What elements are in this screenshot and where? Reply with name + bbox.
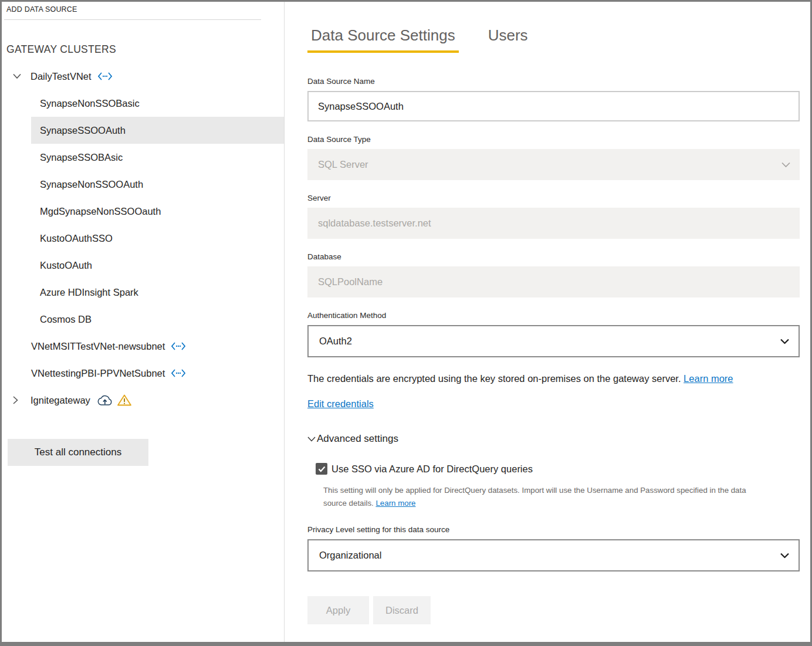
- data-source-type-value: SQL Server: [318, 159, 368, 170]
- chevron-down-icon: [780, 339, 789, 344]
- sidebar-item-dailytestvnet[interactable]: DailyTestVNet: [2, 63, 284, 90]
- datasource-label: SynapseSSOOAuth: [40, 125, 126, 136]
- credentials-note-text: The credentials are encrypted using the …: [307, 373, 681, 384]
- gateway-sidebar: ADD DATA SOURCE GATEWAY CLUSTERS DailyTe…: [2, 2, 285, 642]
- settings-tabs: Data Source Settings Users: [307, 26, 800, 53]
- vnet-link-icon: [98, 72, 112, 80]
- sso-helper-note: This setting will only be applied for Di…: [323, 484, 800, 509]
- chevron-down-icon: [780, 553, 789, 558]
- sidebar-item-vnetmsittestvnet-newsubnet[interactable]: VNetMSITTestVNet-newsubnet: [2, 333, 284, 360]
- sso-helper-line2-text: source details.: [323, 499, 374, 508]
- sidebar-item-kustooauthsso[interactable]: KustoOAuthSSO: [31, 225, 284, 252]
- database-label: Database: [307, 252, 800, 261]
- gateway-tree: DailyTestVNet SynapseNonSSOBasic Synapse…: [2, 63, 284, 414]
- cluster-label: VNetMSITTestVNet-newsubnet: [31, 341, 165, 352]
- learn-more-link[interactable]: Learn more: [684, 373, 733, 384]
- data-source-type-label: Data Source Type: [307, 135, 800, 144]
- chevron-down-icon: [307, 437, 316, 442]
- sidebar-item-synapsenonssooauth[interactable]: SynapseNonSSOOAuth: [31, 171, 284, 198]
- chevron-right-icon[interactable]: [13, 396, 18, 404]
- authentication-method-select[interactable]: OAuth2: [307, 325, 800, 357]
- apply-button[interactable]: Apply: [307, 596, 369, 624]
- add-data-source-window: ADD DATA SOURCE GATEWAY CLUSTERS DailyTe…: [0, 0, 812, 646]
- sidebar-item-cosmos-db[interactable]: Cosmos DB: [31, 306, 284, 333]
- credentials-encryption-note: The credentials are encrypted using the …: [307, 371, 800, 385]
- advanced-settings-label: Advanced settings: [317, 433, 398, 445]
- sso-helper-line2: source details. Learn more: [323, 497, 800, 510]
- sso-helper-line1: This setting will only be applied for Di…: [323, 484, 800, 497]
- chevron-down-icon[interactable]: [13, 74, 21, 79]
- sidebar-item-synapsenonssobasic[interactable]: SynapseNonSSOBasic: [31, 90, 284, 117]
- cloud-upload-icon: [97, 394, 113, 406]
- cluster-label: VNettestingPBI-PPVNetSubnet: [31, 368, 165, 379]
- sidebar-item-synapsessooauth[interactable]: SynapseSSOOAuth: [31, 117, 284, 144]
- datasource-label: Cosmos DB: [40, 314, 92, 325]
- datasource-label: SynapseNonSSOOAuth: [40, 179, 143, 190]
- cluster-label: DailyTestVNet: [31, 71, 92, 82]
- page-title: ADD DATA SOURCE: [2, 2, 284, 13]
- authentication-method-label: Authentication Method: [307, 311, 800, 320]
- privacy-level-label: Privacy Level setting for this data sour…: [307, 525, 800, 534]
- header-divider: [4, 19, 261, 20]
- sidebar-item-mgdsynapsenonssooauth[interactable]: MgdSynapseNonSSOOauth: [31, 198, 284, 225]
- sidebar-item-ignitegateway[interactable]: Ignitegateway: [2, 387, 284, 414]
- sso-checkbox[interactable]: [316, 463, 327, 475]
- gateway-clusters-heading: GATEWAY CLUSTERS: [6, 43, 284, 56]
- authentication-method-value: OAuth2: [319, 336, 352, 347]
- advanced-settings-toggle[interactable]: Advanced settings: [307, 433, 800, 445]
- sso-checkbox-row: Use SSO via Azure AD for DirectQuery que…: [316, 463, 800, 475]
- sidebar-item-azure-hdinsight-spark[interactable]: Azure HDInsight Spark: [31, 279, 284, 306]
- sidebar-item-synapsessobasic[interactable]: SynapseSSOBAsic: [31, 144, 284, 171]
- vnet-link-icon: [171, 369, 185, 377]
- discard-button[interactable]: Discard: [373, 596, 431, 624]
- datasource-label: MgdSynapseNonSSOOauth: [40, 206, 161, 217]
- server-input: sqldatabase.testserver.net: [307, 208, 800, 239]
- vnet-link-icon: [171, 342, 185, 350]
- database-value: SQLPoolName: [318, 276, 383, 288]
- server-value: sqldatabase.testserver.net: [318, 218, 431, 229]
- server-label: Server: [307, 194, 800, 202]
- datasource-label: KustoOAuthSSO: [40, 233, 113, 244]
- data-source-name-label: Data Source Name: [307, 77, 800, 86]
- cluster-label: Ignitegateway: [31, 395, 90, 406]
- privacy-level-value: Organizational: [319, 550, 381, 561]
- datasource-label: Azure HDInsight Spark: [40, 287, 138, 298]
- sidebar-item-vnettestingpbi-ppvnetsubnet[interactable]: VNettestingPBI-PPVNetSubnet: [2, 360, 284, 387]
- warning-icon: [117, 394, 131, 406]
- privacy-level-select[interactable]: Organizational: [307, 539, 800, 571]
- datasource-label: SynapseSSOBAsic: [40, 152, 123, 163]
- database-input: SQLPoolName: [307, 266, 800, 297]
- test-all-connections-button[interactable]: Test all connections: [8, 439, 148, 466]
- data-source-settings-panel: Data Source Settings Users Data Source N…: [285, 2, 810, 642]
- form-actions: Apply Discard: [307, 596, 800, 624]
- datasource-label: SynapseNonSSOBasic: [40, 98, 140, 109]
- datasource-label: KustoOAuth: [40, 260, 92, 271]
- learn-more-link[interactable]: Learn more: [375, 499, 415, 508]
- data-source-name-input[interactable]: [307, 91, 800, 121]
- data-source-form: Data Source Name Data Source Type SQL Se…: [307, 77, 800, 624]
- edit-credentials-link[interactable]: Edit credentials: [307, 398, 374, 409]
- data-source-type-select: SQL Server: [307, 149, 800, 180]
- tab-users[interactable]: Users: [485, 26, 532, 53]
- tab-data-source-settings[interactable]: Data Source Settings: [307, 26, 459, 53]
- chevron-down-icon: [781, 162, 790, 167]
- sso-checkbox-label: Use SSO via Azure AD for DirectQuery que…: [331, 464, 533, 475]
- sidebar-item-kustooauth[interactable]: KustoOAuth: [31, 252, 284, 279]
